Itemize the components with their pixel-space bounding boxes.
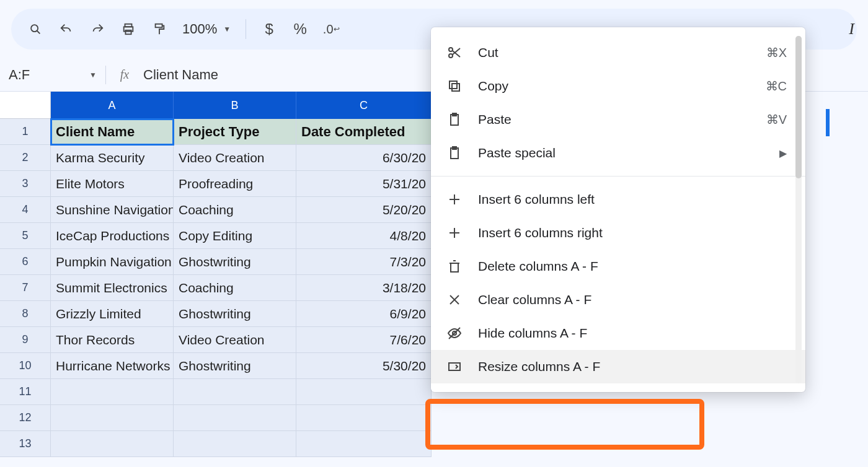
menu-shortcut: ⌘C (766, 79, 787, 94)
cell[interactable]: Hurricane Networks (51, 353, 174, 379)
cell[interactable]: 6/9/20 (296, 301, 432, 327)
cell[interactable]: Video Creation (174, 327, 296, 353)
cell[interactable]: Coaching (174, 197, 296, 223)
cell[interactable] (296, 379, 432, 405)
row-header[interactable]: 2 (0, 145, 51, 171)
plus-icon (446, 191, 463, 208)
menu-label: Copy (478, 79, 751, 94)
formula-bar-input[interactable]: Client Name (143, 67, 218, 83)
cell[interactable]: 3/18/20 (296, 275, 432, 301)
cell[interactable]: Grizzly Limited (51, 301, 174, 327)
column-context-menu: Cut ⌘X Copy ⌘C Paste ⌘V Paste special ▶ … (431, 27, 805, 392)
clipboard-icon (446, 111, 463, 128)
table-row: Pumpkin NavigationGhostwriting7/3/20 (51, 249, 432, 275)
percent-button[interactable]: % (287, 16, 313, 42)
zoom-dropdown[interactable]: 100% ▼ (177, 21, 236, 37)
cell[interactable]: Summit Electronics (51, 275, 174, 301)
chevron-down-icon: ▼ (223, 25, 231, 33)
menu-shortcut: ⌘V (766, 112, 787, 127)
cell[interactable]: 7/6/20 (296, 327, 432, 353)
currency-button[interactable]: $ (256, 16, 282, 42)
resize-icon (446, 358, 463, 375)
column-header-B[interactable]: B (174, 92, 296, 119)
row-header[interactable]: 11 (0, 379, 51, 405)
name-box[interactable]: A:F ▼ (0, 67, 105, 83)
menu-item-insert-left[interactable]: Insert 6 columns left (431, 183, 805, 216)
cell[interactable]: Copy Editing (174, 223, 296, 249)
menu-item-insert-right[interactable]: Insert 6 columns right (431, 216, 805, 250)
table-row: Sunshine NavigationCoaching5/20/20 (51, 197, 432, 223)
menu-item-delete-columns[interactable]: Delete columns A - F (431, 250, 805, 283)
eye-off-icon (446, 325, 463, 342)
decrease-decimals-button[interactable]: .0↩ (318, 16, 344, 42)
cell[interactable]: Ghostwriting (174, 301, 296, 327)
cell[interactable]: 5/30/20 (296, 353, 432, 379)
menu-item-resize-columns[interactable]: Resize columns A - F (431, 350, 805, 383)
cell[interactable]: Coaching (174, 275, 296, 301)
menu-item-paste[interactable]: Paste ⌘V (431, 103, 805, 136)
menu-item-cut[interactable]: Cut ⌘X (431, 36, 805, 69)
row-header[interactable]: 4 (0, 197, 51, 223)
cell[interactable] (51, 379, 174, 405)
menu-item-paste-special[interactable]: Paste special ▶ (431, 136, 805, 170)
table-row: Karma SecurityVideo Creation6/30/20 (51, 145, 432, 171)
redo-icon[interactable] (84, 16, 110, 42)
cell[interactable]: Karma Security (51, 145, 174, 171)
cell[interactable]: 7/3/20 (296, 249, 432, 275)
row-header[interactable]: 5 (0, 223, 51, 249)
menu-label: Delete columns A - F (478, 259, 787, 274)
cell[interactable]: IceCap Productions (51, 223, 174, 249)
row-header[interactable]: 10 (0, 353, 51, 379)
row-header[interactable]: 1 (0, 119, 51, 145)
cell[interactable]: 4/8/20 (296, 223, 432, 249)
svg-rect-20 (451, 263, 458, 272)
cell[interactable] (174, 405, 296, 431)
cell[interactable]: Elite Motors (51, 171, 174, 197)
scrollbar[interactable] (795, 36, 802, 383)
cell[interactable]: 5/20/20 (296, 197, 432, 223)
row-header[interactable]: 12 (0, 405, 51, 431)
cell[interactable] (174, 379, 296, 405)
cell[interactable]: Proofreading (174, 171, 296, 197)
cell[interactable]: Ghostwriting (174, 353, 296, 379)
cell[interactable]: Video Creation (174, 145, 296, 171)
scrollbar-thumb[interactable] (795, 36, 802, 178)
row-header[interactable]: 8 (0, 301, 51, 327)
print-icon[interactable] (115, 16, 141, 42)
cell[interactable] (296, 431, 432, 457)
header-cell[interactable]: Project Type (174, 119, 296, 145)
row-header[interactable]: 13 (0, 431, 51, 457)
italic-button[interactable]: I (849, 20, 854, 38)
svg-rect-11 (450, 81, 457, 89)
cell[interactable]: Thor Records (51, 327, 174, 353)
svg-line-1 (37, 31, 40, 34)
table-row: Elite MotorsProofreading5/31/20 (51, 171, 432, 197)
chevron-down-icon: ▼ (89, 71, 97, 79)
menu-divider (431, 176, 805, 177)
row-header[interactable]: 3 (0, 171, 51, 197)
cell[interactable] (51, 431, 174, 457)
row-header[interactable]: 7 (0, 275, 51, 301)
paint-format-icon[interactable] (146, 16, 172, 42)
column-header-C[interactable]: C (296, 92, 432, 119)
cell[interactable]: Ghostwriting (174, 249, 296, 275)
svg-point-7 (449, 54, 453, 58)
search-icon[interactable] (22, 16, 48, 42)
cell[interactable]: 6/30/20 (296, 145, 432, 171)
cell[interactable] (296, 405, 432, 431)
cell[interactable]: Pumpkin Navigation (51, 249, 174, 275)
menu-item-clear-columns[interactable]: Clear columns A - F (431, 283, 805, 316)
header-cell[interactable]: Date Completed (296, 119, 432, 145)
cell[interactable]: 5/31/20 (296, 171, 432, 197)
row-header[interactable]: 6 (0, 249, 51, 275)
row-header[interactable]: 9 (0, 327, 51, 353)
menu-item-hide-columns[interactable]: Hide columns A - F (431, 316, 805, 350)
header-cell[interactable]: Client Name (51, 119, 174, 145)
select-all-corner[interactable] (0, 92, 51, 119)
cell[interactable] (174, 431, 296, 457)
undo-icon[interactable] (53, 16, 79, 42)
cell[interactable] (51, 405, 174, 431)
cell[interactable]: Sunshine Navigation (51, 197, 174, 223)
menu-item-copy[interactable]: Copy ⌘C (431, 69, 805, 103)
column-header-A[interactable]: A (51, 92, 174, 119)
